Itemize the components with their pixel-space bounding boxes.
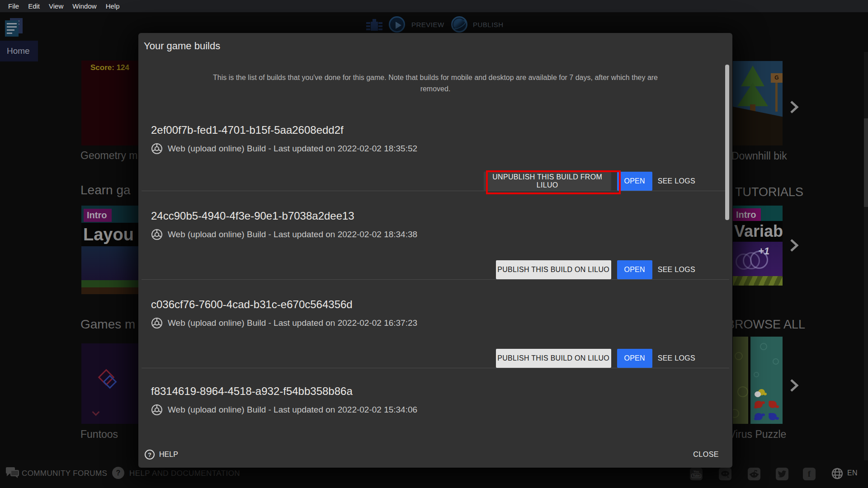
- project-manager-icon[interactable]: [0, 0, 27, 41]
- debug-icon[interactable]: [365, 18, 383, 33]
- game-caption-virus: Virus Puzzle: [729, 428, 786, 441]
- build-info: Web (upload online) Build - Last updated…: [168, 405, 417, 415]
- dialog-actions: ? HELP CLOSE: [138, 441, 732, 468]
- close-button[interactable]: CLOSE: [693, 450, 719, 459]
- game-caption-funtoos: Funtoos: [80, 428, 118, 441]
- chevron-right-icon[interactable]: [789, 100, 799, 114]
- unpublish-build-button[interactable]: UNPUBLISH THIS BUILD FROM LILUO: [484, 172, 611, 191]
- tab-home[interactable]: Home: [0, 41, 38, 61]
- chevron-right-icon[interactable]: [789, 239, 799, 252]
- game-thumbnail-funtoos[interactable]: [81, 343, 138, 424]
- tutorial-thumbnail-layouts[interactable]: Intro Layou: [81, 206, 138, 294]
- section-heading-games: Games m: [80, 317, 135, 332]
- see-logs-button[interactable]: SEE LOGS: [658, 349, 695, 368]
- reddit-icon[interactable]: [748, 468, 760, 480]
- dialog-title: Your game builds: [144, 40, 732, 52]
- open-build-button[interactable]: OPEN: [617, 349, 652, 368]
- see-logs-button[interactable]: SEE LOGS: [658, 172, 695, 191]
- app-window: File Edit View Window Help PRE: [0, 0, 868, 488]
- game-builds-dialog: Your game builds This is the list of bui…: [138, 33, 732, 468]
- build-id: f8314619-8964-4518-a932-f54bb358b86a: [151, 385, 729, 398]
- build-row: f8314619-8964-4518-a932-f54bb358b86a Web…: [142, 368, 729, 416]
- build-info: Web (upload online) Build - Last updated…: [168, 144, 417, 154]
- globe-icon: [831, 467, 844, 480]
- build-row: 2ef00f7b-fed1-4701-b15f-5aa2608edd2f Web…: [142, 108, 729, 191]
- forum-icon: [5, 467, 20, 479]
- facebook-icon[interactable]: f: [803, 468, 816, 480]
- help-button[interactable]: ? HELP: [145, 450, 178, 460]
- build-info: Web (upload online) Build - Last updated…: [168, 230, 417, 239]
- browse-all-link[interactable]: BROWSE ALL: [726, 318, 805, 332]
- open-build-button[interactable]: OPEN: [617, 260, 652, 279]
- build-info: Web (upload online) Build - Last updated…: [168, 318, 417, 328]
- build-id: 24cc90b5-4940-4f3e-90e1-b7038a2dee13: [151, 209, 729, 223]
- chrome-icon: [151, 317, 163, 329]
- youtube-icon[interactable]: You Tube: [690, 468, 703, 480]
- discord-icon[interactable]: [719, 468, 731, 480]
- help-documentation-link[interactable]: HELP AND DOCUMENTATION: [129, 469, 240, 478]
- chevron-right-icon[interactable]: [789, 379, 799, 392]
- section-heading-learn: Learn ga: [80, 183, 131, 197]
- chrome-icon: [151, 143, 163, 155]
- layouts-title: Layou: [81, 223, 138, 246]
- dialog-scrollbar-thumb[interactable]: [725, 65, 729, 220]
- tutorial-thumbnail-variables[interactable]: Intro Variab +1: [733, 206, 783, 286]
- section-heading-tutorials: TUTORIALS: [735, 185, 803, 199]
- game-thumbnail-downhill[interactable]: G: [733, 61, 783, 145]
- menu-bar: File Edit View Window Help: [0, 0, 868, 12]
- menu-help[interactable]: Help: [101, 0, 124, 12]
- page-scrollbar-track[interactable]: [864, 52, 868, 461]
- game-thumbnail-virus[interactable]: [733, 337, 783, 424]
- community-forums-link[interactable]: COMMUNITY FORUMS: [22, 469, 107, 478]
- game-thumbnail-geometry[interactable]: Score: 124: [81, 61, 138, 145]
- intro-badge: Intro: [733, 208, 761, 221]
- variables-title: Variab: [733, 221, 783, 242]
- build-row: c036cf76-7600-4cad-b31c-e670c564356d Web…: [142, 280, 729, 368]
- build-id: 2ef00f7b-fed1-4701-b15f-5aa2608edd2f: [151, 123, 729, 137]
- build-id: c036cf76-7600-4cad-b31c-e670c564356d: [151, 298, 729, 311]
- intro-badge: Intro: [84, 209, 112, 222]
- dialog-description: This is the list of builds that you've d…: [138, 72, 732, 94]
- build-list: 2ef00f7b-fed1-4701-b15f-5aa2608edd2f Web…: [142, 108, 729, 416]
- publish-build-button[interactable]: PUBLISH THIS BUILD ON LILUO: [496, 260, 611, 279]
- publish-globe-icon: [451, 16, 467, 33]
- menu-view[interactable]: View: [44, 0, 68, 12]
- help-circle-icon: ?: [112, 467, 124, 479]
- publish-label: PUBLISH: [473, 21, 504, 28]
- game-caption-geometry: Geometry m: [80, 150, 138, 162]
- preview-label: PREVIEW: [411, 21, 444, 28]
- score-text: Score: 124: [90, 63, 129, 72]
- language-selector[interactable]: EN: [847, 469, 858, 477]
- game-caption-downhill: Downhill bik: [731, 150, 787, 162]
- chrome-icon: [151, 229, 163, 240]
- twitter-icon[interactable]: [776, 468, 788, 480]
- page-scrollbar-thumb[interactable]: [864, 118, 868, 207]
- preview-play-icon: [389, 16, 405, 33]
- menu-window[interactable]: Window: [68, 0, 101, 12]
- chrome-icon: [151, 404, 163, 416]
- open-build-button[interactable]: OPEN: [617, 172, 652, 191]
- sign-board: G: [771, 73, 783, 83]
- help-circle-icon: ?: [145, 450, 155, 460]
- publish-build-button[interactable]: PUBLISH THIS BUILD ON LILUO: [496, 349, 611, 368]
- see-logs-button[interactable]: SEE LOGS: [658, 260, 695, 279]
- build-row: 24cc90b5-4940-4f3e-90e1-b7038a2dee13 Web…: [142, 191, 729, 280]
